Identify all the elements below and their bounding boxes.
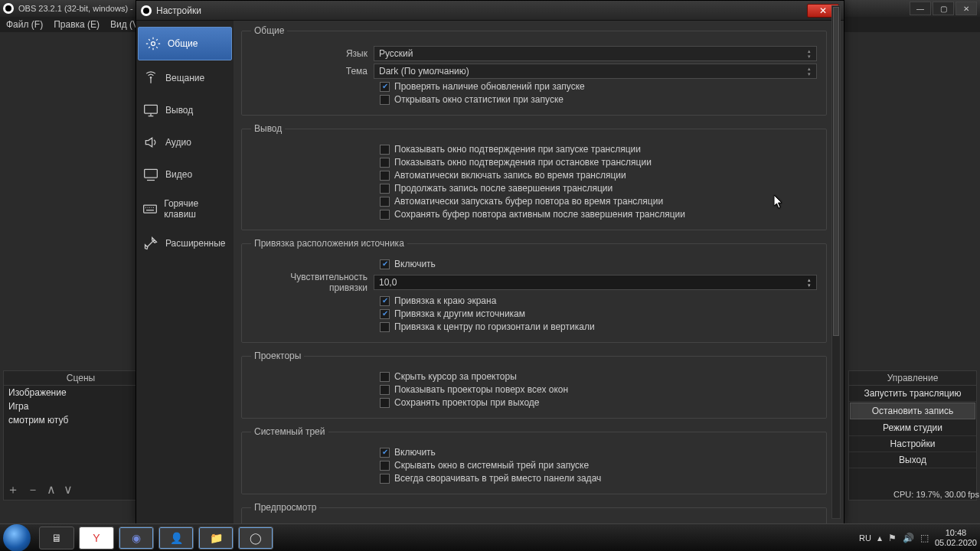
snap-center-checkbox[interactable] [380, 322, 390, 332]
confirm-start-checkbox[interactable] [380, 145, 390, 155]
group-general: Общие Язык Русский▴▾ Тема Dark (По умолч… [241, 25, 827, 116]
studio-mode-button[interactable]: Режим студии [849, 420, 976, 436]
auto-record-checkbox[interactable] [380, 171, 390, 181]
checkbox-label: Включить [394, 447, 436, 458]
nav-output[interactable]: Вывод [136, 94, 234, 126]
hide-cursor-checkbox[interactable] [380, 372, 390, 382]
taskbar-app[interactable]: 👤 [158, 527, 194, 549]
scene-item[interactable]: Изображение [4, 386, 158, 399]
taskbar-app[interactable]: 🖥 [39, 527, 74, 549]
taskbar-app[interactable]: ◉ [119, 527, 154, 549]
scenes-header: Сцены [4, 371, 158, 386]
settings-button[interactable]: Настройки [849, 436, 976, 452]
snap-sensitivity-input[interactable]: 10,0▴▾ [374, 275, 817, 290]
display-icon [142, 166, 159, 183]
spinner-icon[interactable]: ▴▾ [804, 276, 815, 289]
controls-panel: Управление Запустить трансляцию Останови… [848, 370, 977, 500]
chevron-updown-icon: ▴▾ [804, 65, 815, 77]
nav-label: Горячие клавиш [164, 198, 227, 220]
checkbox-label: Автоматически запускать буфер повтора во… [394, 196, 663, 207]
group-legend: Предпросмотр [251, 502, 319, 513]
scene-down-button[interactable]: ∨ [64, 482, 73, 498]
language-combo[interactable]: Русский▴▾ [374, 46, 817, 61]
snap-enable-checkbox[interactable] [380, 259, 390, 269]
check-updates-checkbox[interactable] [380, 82, 390, 92]
tray-hide-start-checkbox[interactable] [380, 461, 390, 471]
svg-rect-3 [145, 169, 158, 178]
svg-rect-4 [144, 205, 157, 213]
language-label: Язык [251, 48, 374, 59]
snap-sources-checkbox[interactable] [380, 309, 390, 319]
save-projector-checkbox[interactable] [380, 398, 390, 408]
checkbox-label: Продолжать запись после завершения транс… [394, 183, 612, 194]
theme-label: Тема [251, 66, 374, 77]
obs-logo-icon [3, 3, 14, 14]
svg-rect-2 [145, 105, 158, 113]
network-icon[interactable]: ⬚ [920, 533, 929, 543]
group-legend: Вывод [251, 123, 285, 134]
remove-scene-button[interactable]: － [27, 482, 39, 498]
menu-file[interactable]: Файл (F) [6, 19, 43, 30]
group-legend: Проекторы [251, 350, 304, 361]
group-legend: Системный трей [251, 426, 328, 437]
menu-edit[interactable]: Правка (E) [54, 19, 100, 30]
checkbox-label: Привязка к центру по горизонтали и верти… [394, 321, 595, 332]
maximize-button[interactable]: ▢ [933, 2, 954, 15]
nav-general[interactable]: Общие [138, 27, 232, 60]
snap-sensitivity-label: Чувствительность привязки [251, 272, 374, 293]
theme-combo[interactable]: Dark (По умолчанию)▴▾ [374, 64, 817, 79]
snap-edge-checkbox[interactable] [380, 296, 390, 306]
checkbox-label: Показывать окно подтверждения при запуск… [394, 144, 641, 155]
checkbox-label: Автоматически включать запись во время т… [394, 170, 626, 181]
nav-advanced[interactable]: Расширенные [136, 227, 234, 259]
scene-item[interactable]: смотрим ютуб [4, 413, 158, 427]
main-title: OBS 23.2.1 (32-bit, windows) - [18, 4, 133, 13]
close-button[interactable]: ✕ [956, 2, 977, 15]
checkbox-label: Всегда сворачивать в трей вместо панели … [394, 473, 601, 484]
svg-point-0 [152, 42, 155, 46]
group-legend: Общие [251, 25, 287, 36]
taskbar-app-obs[interactable]: ◯ [238, 527, 273, 549]
auto-replay-checkbox[interactable] [380, 197, 390, 207]
confirm-stop-checkbox[interactable] [380, 158, 390, 168]
exit-button[interactable]: Выход [849, 452, 976, 468]
language-indicator[interactable]: RU [859, 533, 871, 543]
open-stats-checkbox[interactable] [380, 95, 390, 105]
taskbar-app[interactable]: 📁 [198, 527, 234, 549]
volume-icon[interactable]: 🔊 [903, 533, 914, 543]
scrollbar-thumb[interactable] [833, 7, 839, 336]
svg-point-1 [150, 77, 152, 79]
tray-always-min-checkbox[interactable] [380, 474, 390, 484]
checkbox-label: Сохранять буфер повтора активным после з… [394, 209, 685, 220]
keyboard-icon [142, 201, 158, 217]
nav-audio[interactable]: Аудио [136, 126, 234, 158]
add-scene-button[interactable]: ＋ [7, 482, 19, 498]
checkbox-label: Привязка к другим источникам [394, 308, 525, 319]
keep-replay-checkbox[interactable] [380, 210, 390, 220]
start-button[interactable] [3, 524, 31, 552]
continue-record-checkbox[interactable] [380, 184, 390, 194]
nav-label: Аудио [165, 137, 191, 148]
date-text: 05.02.2020 [935, 538, 977, 547]
tray-enable-checkbox[interactable] [380, 448, 390, 458]
nav-video[interactable]: Видео [136, 158, 234, 191]
nav-stream[interactable]: Вещание [136, 62, 234, 94]
projector-top-checkbox[interactable] [380, 385, 390, 395]
controls-header: Управление [849, 371, 976, 386]
flag-icon[interactable]: ⚑ [888, 533, 897, 543]
settings-scrollbar[interactable] [831, 5, 841, 519]
scene-up-button[interactable]: ∧ [47, 482, 56, 498]
settings-content: Общие Язык Русский▴▾ Тема Dark (По умолч… [234, 21, 844, 523]
taskbar-app[interactable]: Y [79, 527, 114, 549]
start-stream-button[interactable]: Запустить трансляцию [849, 386, 976, 402]
minimize-button[interactable]: — [910, 2, 931, 15]
taskbar: 🖥 Y ◉ 👤 📁 ◯ RU ▴ ⚑ 🔊 ⬚ 10:48 05.02.2020 [0, 523, 980, 551]
speaker-icon [142, 134, 159, 151]
stop-record-button[interactable]: Остановить запись [850, 403, 975, 419]
taskbar-clock[interactable]: 10:48 05.02.2020 [935, 528, 977, 546]
nav-hotkeys[interactable]: Горячие клавиш [136, 191, 234, 227]
nav-label: Видео [165, 169, 192, 180]
time-text: 10:48 [935, 528, 977, 537]
tray-chevron-icon[interactable]: ▴ [877, 533, 882, 543]
scene-item[interactable]: Игра [4, 399, 158, 413]
